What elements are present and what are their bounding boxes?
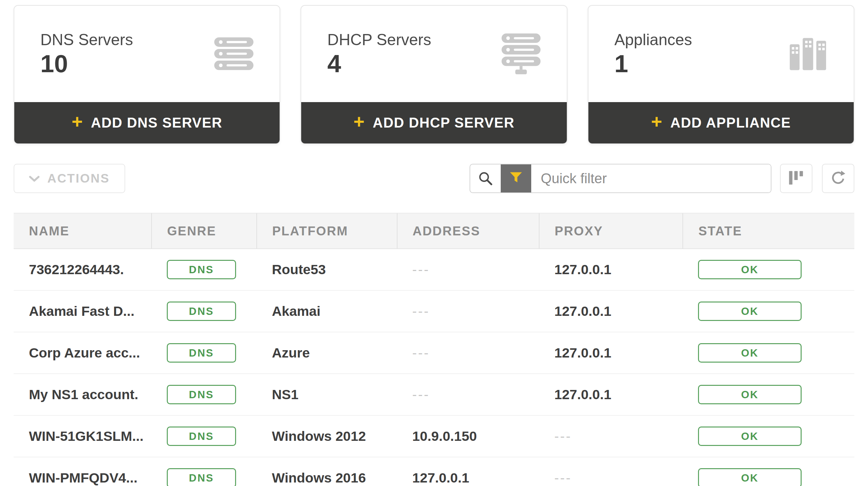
genre-badge: DNS: [167, 260, 236, 279]
table-row[interactable]: My NS1 account. DNS NS1 --- 127.0.0.1 OK: [14, 374, 854, 416]
cell-address: ---: [397, 249, 539, 290]
actions-dropdown[interactable]: ACTIONS: [14, 164, 125, 193]
dns-card-title: DNS Servers: [40, 31, 133, 49]
refresh-button[interactable]: [822, 164, 854, 193]
genre-badge: DNS: [167, 427, 236, 446]
add-dns-server-label: ADD DNS SERVER: [91, 115, 222, 131]
cell-name: Corp Azure acc...: [14, 332, 152, 374]
filter-button[interactable]: [501, 165, 531, 193]
table-row[interactable]: Akamai Fast D... DNS Akamai --- 127.0.0.…: [14, 290, 854, 332]
cell-proxy: 127.0.0.1: [539, 290, 683, 332]
toolbar-right: [470, 164, 854, 193]
cell-platform: Windows 2016: [257, 457, 397, 486]
column-header-genre[interactable]: GENRE: [152, 213, 257, 249]
cell-address: ---: [397, 374, 539, 416]
plus-icon: +: [353, 112, 365, 131]
genre-badge: DNS: [167, 385, 236, 404]
state-badge: OK: [698, 385, 802, 404]
dhcp-card-title: DHCP Servers: [327, 31, 431, 49]
cell-proxy: ---: [539, 457, 683, 486]
servers-table: NAME GENRE PLATFORM ADDRESS PROXY STATE …: [14, 213, 854, 486]
dns-server-icon: [214, 36, 254, 72]
cell-proxy: 127.0.0.1: [539, 374, 683, 416]
dns-card-top: DNS Servers 10: [14, 6, 280, 102]
plus-icon: +: [71, 112, 83, 131]
cell-genre: DNS: [152, 332, 257, 374]
cell-state: OK: [683, 416, 854, 457]
add-appliance-label: ADD APPLIANCE: [671, 115, 791, 131]
dns-card-count: 10: [40, 50, 133, 78]
actions-label: ACTIONS: [47, 171, 110, 185]
cell-name: WIN-51GK1SLM...: [14, 416, 152, 457]
appliances-card-top: Appliances 1: [588, 6, 854, 102]
cell-genre: DNS: [152, 457, 257, 486]
summary-cards: DNS Servers 10: [14, 5, 854, 144]
cell-name: WIN-PMFQDV4...: [14, 457, 152, 486]
table-row[interactable]: 736212264443. DNS Route53 --- 127.0.0.1 …: [14, 249, 854, 290]
cell-state: OK: [683, 332, 854, 374]
column-header-platform[interactable]: PLATFORM: [257, 213, 397, 249]
dhcp-card-top: DHCP Servers 4: [301, 6, 566, 102]
refresh-icon: [830, 170, 846, 187]
add-dhcp-server-label: ADD DHCP SERVER: [373, 115, 515, 131]
cell-name: 736212264443.: [14, 249, 152, 290]
table-row[interactable]: WIN-51GK1SLM... DNS Windows 2012 10.9.0.…: [14, 416, 854, 457]
appliances-card: Appliances 1: [588, 5, 854, 144]
dhcp-card-count: 4: [327, 50, 431, 78]
add-appliance-button[interactable]: + ADD APPLIANCE: [588, 102, 854, 143]
cell-state: OK: [683, 290, 854, 332]
column-header-state[interactable]: STATE: [683, 213, 854, 249]
cell-address: 127.0.0.1: [397, 457, 539, 486]
appliance-icon: [788, 36, 828, 72]
column-header-name[interactable]: NAME: [14, 213, 152, 249]
genre-badge: DNS: [167, 468, 236, 486]
page: DNS Servers 10: [0, 0, 868, 486]
dns-servers-card: DNS Servers 10: [14, 5, 280, 144]
quick-filter-group: [470, 164, 771, 193]
quick-filter-input[interactable]: [531, 165, 771, 193]
table-row[interactable]: WIN-PMFQDV4... DNS Windows 2016 127.0.0.…: [14, 457, 854, 486]
plus-icon: +: [651, 112, 663, 131]
search-icon: [470, 165, 501, 193]
cell-proxy: ---: [539, 416, 683, 457]
chevron-down-icon: [29, 171, 40, 185]
genre-badge: DNS: [167, 343, 236, 363]
table-row[interactable]: Corp Azure acc... DNS Azure --- 127.0.0.…: [14, 332, 854, 374]
cell-platform: NS1: [257, 374, 397, 416]
cell-state: OK: [683, 374, 854, 416]
cell-genre: DNS: [152, 249, 257, 290]
genre-badge: DNS: [167, 302, 236, 321]
cell-genre: DNS: [152, 374, 257, 416]
state-badge: OK: [698, 427, 802, 446]
dhcp-servers-card: DHCP Servers 4: [301, 5, 567, 144]
table-header-row: NAME GENRE PLATFORM ADDRESS PROXY STATE: [14, 213, 854, 249]
funnel-icon: [509, 171, 523, 186]
cell-address: ---: [397, 332, 539, 374]
cell-state: OK: [683, 249, 854, 290]
cell-address: 10.9.0.150: [397, 416, 539, 457]
state-badge: OK: [698, 343, 802, 363]
column-settings-button[interactable]: [780, 164, 812, 193]
cell-genre: DNS: [152, 290, 257, 332]
cell-name: Akamai Fast D...: [14, 290, 152, 332]
columns-icon: [788, 170, 804, 187]
cell-platform: Windows 2012: [257, 416, 397, 457]
cell-address: ---: [397, 290, 539, 332]
add-dns-server-button[interactable]: + ADD DNS SERVER: [14, 102, 280, 143]
cell-platform: Route53: [257, 249, 397, 290]
column-header-address[interactable]: ADDRESS: [397, 213, 539, 249]
state-badge: OK: [698, 260, 802, 279]
state-badge: OK: [698, 302, 802, 321]
cell-proxy: 127.0.0.1: [539, 249, 683, 290]
add-dhcp-server-button[interactable]: + ADD DHCP SERVER: [301, 102, 566, 143]
cell-state: OK: [683, 457, 854, 486]
appliances-card-count: 1: [615, 50, 692, 78]
column-header-proxy[interactable]: PROXY: [539, 213, 683, 249]
appliances-card-title: Appliances: [615, 31, 692, 49]
cell-platform: Akamai: [257, 290, 397, 332]
state-badge: OK: [698, 468, 802, 486]
cell-name: My NS1 account.: [14, 374, 152, 416]
cell-genre: DNS: [152, 416, 257, 457]
toolbar: ACTIONS: [14, 164, 854, 193]
cell-proxy: 127.0.0.1: [539, 332, 683, 374]
